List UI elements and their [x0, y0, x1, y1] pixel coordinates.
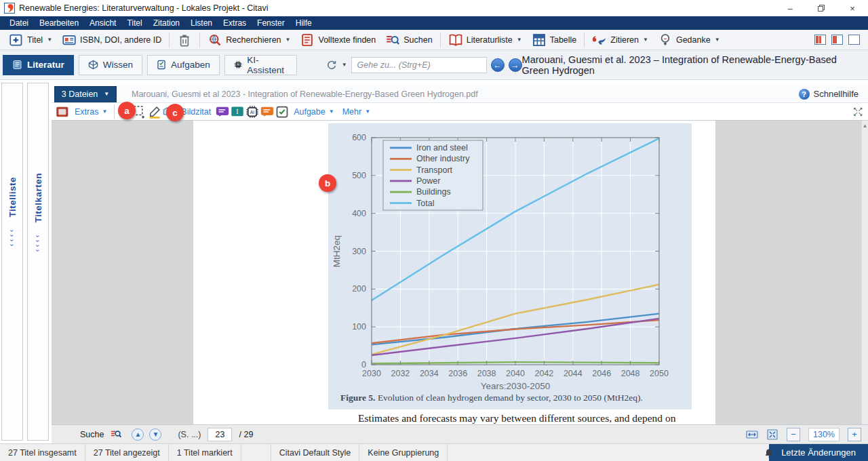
- svg-text:Other industry: Other industry: [416, 154, 470, 163]
- literaturliste-button[interactable]: Literaturliste▼: [443, 32, 527, 48]
- annotation-badge-c[interactable]: c: [166, 104, 184, 121]
- zoom-out-button[interactable]: −: [787, 428, 800, 441]
- expand-chevrons-icon: ››››: [11, 228, 13, 247]
- lightbulb-icon: [658, 33, 673, 47]
- tab-aufgaben[interactable]: Aufgaben: [147, 55, 220, 75]
- nav-forward-button[interactable]: →: [509, 58, 522, 72]
- tab-literatur[interactable]: Literatur: [3, 55, 74, 75]
- citavi-logo-icon: [4, 3, 15, 14]
- goto-input[interactable]: [351, 57, 487, 73]
- status-grouping[interactable]: Keine Gruppierung: [359, 444, 448, 461]
- svg-text:MtH2eq: MtH2eq: [332, 235, 342, 267]
- restore-button[interactable]: [806, 0, 837, 16]
- task-checkbox-icon[interactable]: [275, 105, 290, 119]
- gedanke-button[interactable]: Gedanke▼: [653, 32, 725, 48]
- chevron-down-icon[interactable]: ▼: [342, 62, 347, 68]
- highlighter-icon[interactable]: [147, 105, 162, 119]
- pdf-extras-button[interactable]: Extras▼: [71, 107, 111, 117]
- zitieren-button[interactable]: Zitieren▼: [587, 32, 653, 48]
- delete-title-button[interactable]: [172, 32, 197, 48]
- tab-wissen[interactable]: Wissen: [79, 55, 142, 75]
- mehr-button[interactable]: Mehr▼: [338, 107, 374, 117]
- menu-extras[interactable]: Extras: [218, 16, 252, 30]
- aufgabe-button[interactable]: Aufgabe▼: [290, 107, 338, 117]
- menu-datei[interactable]: Datei: [4, 16, 34, 30]
- status-citation-style[interactable]: Citavi Default Style: [271, 444, 360, 461]
- status-marked-titles[interactable]: 1 Titel markiert: [169, 444, 241, 461]
- tasks-icon: [157, 60, 166, 70]
- notification-bell-icon[interactable]: [755, 444, 783, 461]
- literature-icon: [12, 60, 22, 70]
- layout-three-pane-icon[interactable]: [814, 35, 826, 45]
- fit-page-icon[interactable]: [766, 429, 778, 440]
- chevron-down-icon: ▼: [643, 37, 648, 43]
- fullscreen-expand-icon[interactable]: ↖↗↙↘: [853, 107, 863, 117]
- menu-bearbeiten[interactable]: Bearbeiten: [34, 16, 84, 30]
- menu-hilfe[interactable]: Hilfe: [290, 16, 317, 30]
- status-empty-segment: [241, 444, 271, 461]
- fit-width-icon[interactable]: [746, 429, 758, 440]
- suchen-button[interactable]: Suchen: [380, 32, 437, 48]
- svg-text:200: 200: [352, 284, 366, 294]
- sync-icon[interactable]: [326, 60, 337, 71]
- minimize-button[interactable]: –: [774, 0, 806, 16]
- menu-zitation[interactable]: Zitation: [148, 16, 185, 30]
- comment-purple-icon[interactable]: [215, 105, 230, 119]
- status-bar: 27 Titel insgesamt 27 Titel angezeigt 1 …: [0, 443, 868, 461]
- workspace-tab-row: Literatur Wissen Aufgaben AI KI-Assisten…: [0, 50, 868, 80]
- page-number-input[interactable]: [208, 428, 232, 441]
- svg-text:2046: 2046: [592, 369, 611, 378]
- menu-ansicht[interactable]: Ansicht: [84, 16, 121, 30]
- page-total-label: / 29: [239, 430, 253, 439]
- previous-result-button[interactable]: ▲: [132, 428, 144, 441]
- add-title-button[interactable]: Titel▼: [4, 32, 57, 48]
- next-result-button[interactable]: ▼: [149, 428, 161, 441]
- close-button[interactable]: ×: [837, 0, 868, 16]
- sidebar-tab-titelkarten[interactable]: Titelkarten ››››: [27, 83, 49, 441]
- layout-one-pane-icon[interactable]: [848, 35, 860, 45]
- left-sidebar: Titelliste ›››› Titelkarten ››››: [0, 80, 52, 443]
- status-shown-titles[interactable]: 27 Titel angezeigt: [85, 444, 169, 461]
- files-dropdown-button[interactable]: 3 Dateien▼: [54, 86, 117, 102]
- search-in-pdf-icon[interactable]: [111, 429, 122, 439]
- recherchieren-button[interactable]: Recherchieren▼: [203, 32, 295, 48]
- layout-two-pane-icon[interactable]: [831, 35, 843, 45]
- menu-bar: Datei Bearbeiten Ansicht Titel Zitation …: [0, 16, 868, 30]
- last-changes-button[interactable]: Letzte Änderungen: [769, 444, 868, 461]
- id-card-icon: [62, 33, 77, 47]
- annotation-badge-b[interactable]: b: [319, 174, 336, 192]
- restore-icon: [818, 5, 825, 12]
- text-comment-teal-icon[interactable]: I: [230, 105, 245, 119]
- book-icon: [448, 33, 463, 47]
- volltexte-finden-button[interactable]: Volltexte finden: [295, 32, 380, 48]
- toolbar-separator: [114, 104, 115, 119]
- svg-text:2042: 2042: [534, 369, 553, 378]
- isbn-doi-button[interactable]: ISBN, DOI, andere ID: [57, 32, 166, 48]
- ai-annotation-icon[interactable]: AI: [245, 105, 260, 119]
- sidebar-tab-titelliste[interactable]: Titelliste ››››: [1, 83, 23, 441]
- page-prefix-label: (S. ...): [178, 430, 201, 439]
- status-total-titles[interactable]: 27 Titel insgesamt: [0, 444, 85, 461]
- pdf-preview-panel: 3 Dateien▼ Marouani, Guesmi et al 2023 -…: [52, 80, 868, 443]
- scroll-up-icon[interactable]: ▲: [862, 123, 868, 129]
- toolbar-separator: [440, 33, 441, 47]
- vertical-scrollbar[interactable]: ▲: [862, 121, 868, 424]
- nav-back-button[interactable]: ←: [491, 58, 505, 72]
- tabelle-button[interactable]: Tabelle: [527, 32, 582, 48]
- menu-fenster[interactable]: Fenster: [252, 16, 290, 30]
- title-bar: Renewable Energies: Literaturverwaltung …: [0, 0, 868, 16]
- zoom-in-button[interactable]: +: [848, 428, 861, 441]
- layout-switcher: [814, 35, 864, 45]
- menu-listen[interactable]: Listen: [185, 16, 218, 30]
- pdf-page: 2030203220342036203820402042204420462048…: [193, 121, 715, 424]
- svg-text:2050: 2050: [650, 369, 669, 378]
- zoom-level[interactable]: 130%: [808, 428, 840, 441]
- quickhelp-button[interactable]: ? Schnellhilfe: [799, 89, 859, 100]
- toolbar-separator: [199, 33, 200, 47]
- globe-search-icon: [208, 33, 222, 47]
- menu-titel[interactable]: Titel: [121, 16, 147, 30]
- comment-orange-icon[interactable]: [260, 105, 275, 119]
- tab-ki-assistent[interactable]: AI KI-Assistent: [224, 55, 297, 75]
- annotation-badge-a[interactable]: a: [118, 102, 136, 119]
- chevron-down-icon: ▼: [104, 91, 109, 97]
